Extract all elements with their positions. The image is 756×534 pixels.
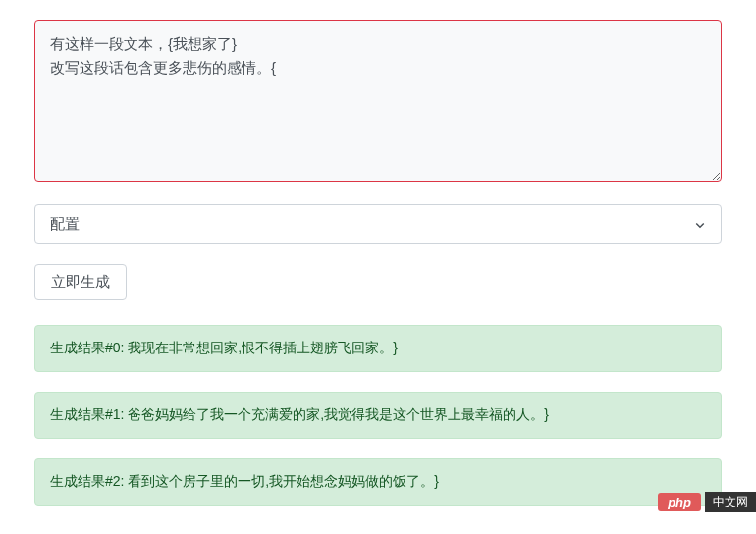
chevron-down-icon bbox=[694, 219, 706, 231]
watermark-badge: php bbox=[658, 493, 701, 511]
result-item: 生成结果#2: 看到这个房子里的一切,我开始想念妈妈做的饭了。} bbox=[34, 458, 722, 506]
config-label: 配置 bbox=[50, 215, 80, 234]
result-item: 生成结果#0: 我现在非常想回家,恨不得插上翅膀飞回家。} bbox=[34, 325, 722, 372]
watermark-text: 中文网 bbox=[705, 492, 756, 512]
prompt-textarea[interactable] bbox=[34, 20, 722, 182]
watermark: php 中文网 bbox=[658, 492, 756, 512]
config-dropdown[interactable]: 配置 bbox=[34, 204, 722, 244]
results-container: 生成结果#0: 我现在非常想回家,恨不得插上翅膀飞回家。} 生成结果#1: 爸爸… bbox=[34, 325, 722, 506]
result-item: 生成结果#1: 爸爸妈妈给了我一个充满爱的家,我觉得我是这个世界上最幸福的人。} bbox=[34, 392, 722, 439]
generate-button[interactable]: 立即生成 bbox=[34, 264, 127, 300]
